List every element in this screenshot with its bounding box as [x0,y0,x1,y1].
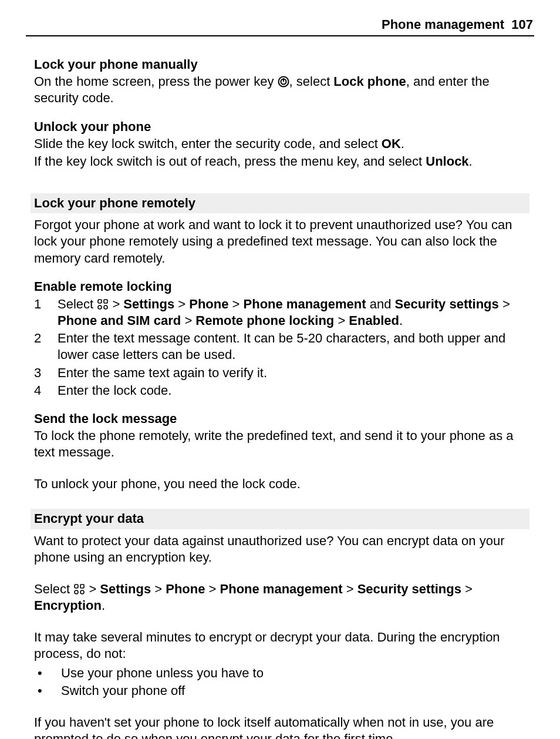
heading-send-lock-message: Send the lock message [34,411,526,427]
bold-lock-phone: Lock phone [333,74,406,89]
send-lock-text-1: To lock the phone remotely, write the pr… [34,428,526,461]
list-item: 2 Enter the text message content. It can… [34,330,526,363]
power-key-icon [278,76,289,88]
step-number: 4 [34,382,58,399]
send-lock-text-2: To unlock your phone, you need the lock … [34,476,526,492]
bold-encryption: Encryption [34,598,102,613]
text-fragment: > [181,313,195,328]
svg-rect-5 [98,305,102,309]
enable-remote-steps: 1 Select > Settings > Phone > Phone mana… [34,296,526,399]
step-number: 2 [34,330,58,363]
text-fragment: > [461,582,473,596]
bullet-text: Switch your phone off [61,683,526,699]
bold-phone: Phone [166,582,205,596]
list-item: • Use your phone unless you have to [34,665,526,681]
page-content: Lock your phone manually On the home scr… [26,56,534,739]
step-number: 3 [34,365,58,381]
bold-ok: OK [382,136,401,151]
bullet-text: Use your phone unless you have to [61,665,526,681]
encrypt-nav: Select > Settings > Phone > Phone manage… [34,581,526,614]
encrypt-final: If you haven't set your phone to lock it… [34,714,526,739]
bullet-icon: • [34,665,61,681]
bold-settings: Settings [100,582,151,596]
bold-security-settings: Security settings [357,582,461,596]
svg-rect-10 [80,590,84,594]
text-fragment: > [174,297,189,311]
bullet-icon: • [34,683,61,699]
bold-phone: Phone [189,297,228,311]
text-fragment: and [366,297,395,311]
step-text: Enter the text message content. It can b… [58,330,526,363]
text-fragment: . [399,313,403,328]
encrypt-intro: Want to protect your data against unauth… [34,533,526,566]
heading-unlock-phone: Unlock your phone [34,119,526,135]
text-fragment: > [499,297,510,311]
text-fragment: If the key lock switch is out of reach, … [34,154,426,169]
text-fragment: > [228,297,243,311]
list-item: 1 Select > Settings > Phone > Phone mana… [34,296,526,329]
text-fragment: > [343,582,357,596]
bold-settings: Settings [123,297,174,311]
svg-rect-8 [80,585,84,588]
manual-page: Phone management 107 Lock your phone man… [0,0,560,739]
svg-rect-9 [75,590,78,594]
lock-manually-text: On the home screen, press the power key … [34,73,526,106]
text-fragment: . [401,136,404,151]
encrypt-bullet-list: • Use your phone unless you have to • Sw… [34,665,526,699]
list-item: 4 Enter the lock code. [34,382,526,399]
svg-rect-6 [104,305,107,309]
text-fragment: > [334,313,349,328]
bold-phone-and-sim-card: Phone and SIM card [58,313,181,328]
bold-remote-phone-locking: Remote phone locking [195,313,334,328]
step-text: Select > Settings > Phone > Phone manage… [58,296,526,329]
header-page-number: 107 [511,17,533,32]
text-fragment: On the home screen, press the power key [34,74,278,89]
bold-unlock: Unlock [426,154,468,169]
text-fragment: > [151,582,166,596]
text-fragment: > [109,297,123,311]
step-text: Enter the same text again to verify it. [58,365,526,381]
bold-phone-management: Phone management [244,297,366,311]
section-bar-encrypt-data: Encrypt your data [31,509,529,529]
text-fragment: > [85,582,100,596]
text-fragment: > [205,582,220,596]
list-item: • Switch your phone off [34,683,526,699]
svg-rect-3 [98,300,102,303]
step-number: 1 [34,296,58,329]
unlock-text-1: Slide the key lock switch, enter the sec… [34,136,526,152]
encrypt-warning: It may take several minutes to encrypt o… [34,629,526,662]
page-header: Phone management 107 [26,16,534,36]
text-fragment: , select [289,74,334,89]
apps-menu-icon [97,298,109,310]
text-fragment: Select [34,582,73,596]
unlock-text-2: If the key lock switch is out of reach, … [34,153,526,170]
svg-rect-7 [75,585,78,588]
svg-rect-4 [104,300,107,303]
header-section: Phone management [382,17,504,32]
heading-enable-remote-locking: Enable remote locking [34,278,526,295]
list-item: 3 Enter the same text again to verify it… [34,365,526,381]
apps-menu-icon [73,583,85,595]
section-bar-lock-remotely: Lock your phone remotely [31,193,529,213]
text-fragment: Select [58,297,97,311]
bold-phone-management: Phone management [220,582,343,596]
text-fragment: Slide the key lock switch, enter the sec… [34,136,382,151]
bold-security-settings: Security settings [395,297,499,311]
text-fragment: . [102,598,105,613]
heading-lock-manually: Lock your phone manually [34,56,526,73]
lock-remotely-intro: Forgot your phone at work and want to lo… [34,217,526,266]
bold-enabled: Enabled [349,313,399,328]
text-fragment: . [469,154,473,169]
step-text: Enter the lock code. [58,382,526,399]
